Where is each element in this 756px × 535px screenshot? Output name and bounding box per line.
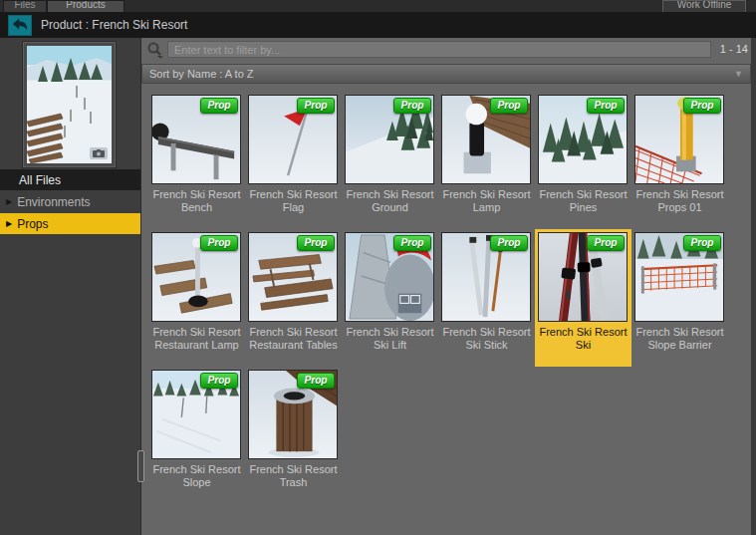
product-preview-frame: [23, 42, 116, 167]
product-label: French Ski Resort Pines: [533, 188, 633, 214]
filter-row: 1 - 14: [141, 38, 751, 62]
search-icon[interactable]: [145, 41, 165, 59]
product-thumbnail[interactable]: Prop: [248, 232, 338, 322]
category-list: All Files ▶ Environments ▶ Props: [0, 169, 140, 235]
prop-badge: Prop: [393, 235, 431, 251]
product-label: French Ski Resort Slope: [146, 463, 247, 489]
prop-badge: Prop: [587, 235, 625, 251]
prop-badge: Prop: [297, 98, 335, 114]
sidebar: All Files ▶ Environments ▶ Props: [0, 38, 141, 535]
prop-badge: Prop: [297, 373, 335, 389]
content-pane: 1 - 14 Sort by Name : A to Z ▼ Prop Fren…: [141, 38, 751, 535]
back-arrow-icon: [12, 17, 28, 35]
product-preview-image[interactable]: [27, 46, 112, 163]
filter-input[interactable]: [167, 41, 711, 58]
product-item[interactable]: Prop French Ski Resort Lamp: [438, 92, 535, 229]
product-item[interactable]: Prop French Ski Resort Pines: [535, 92, 631, 229]
product-label: French Ski Resort Flag: [243, 188, 344, 214]
back-button[interactable]: [8, 15, 32, 36]
prop-badge: Prop: [200, 373, 238, 389]
product-thumbnail[interactable]: Prop: [151, 232, 241, 322]
expand-arrow-icon: ▶: [6, 197, 12, 206]
product-item[interactable]: Prop French Ski Resort Ski: [535, 229, 631, 367]
product-item[interactable]: Prop French Ski Resort Slope: [148, 367, 245, 504]
product-thumbnail[interactable]: Prop: [538, 232, 628, 322]
product-thumbnail[interactable]: Prop: [248, 370, 338, 459]
product-item[interactable]: Prop French Ski Resort Ski Lift: [342, 229, 438, 367]
sidebar-item-props[interactable]: ▶ Props: [0, 213, 140, 234]
expand-arrow-icon: ▶: [6, 219, 12, 228]
content-library-window: Files Products Work Offline Product : Fr…: [0, 0, 756, 535]
product-thumbnail[interactable]: Prop: [441, 232, 531, 322]
prop-badge: Prop: [490, 235, 528, 251]
category-label: All Files: [19, 173, 61, 187]
breadcrumb-bar: Product : French Ski Resort: [0, 12, 756, 38]
chevron-down-icon: ▼: [734, 69, 743, 79]
prop-badge: Prop: [683, 98, 721, 114]
product-label: French Ski Resort Props 01: [630, 188, 730, 214]
product-label: French Ski Resort Ski Lift: [340, 326, 440, 352]
product-label: French Ski Resort Ski Stick: [436, 326, 537, 352]
product-item[interactable]: Prop French Ski Resort Trash: [245, 367, 342, 504]
product-item[interactable]: Prop French Ski Resort Slope Barrier: [631, 229, 728, 367]
sort-dropdown[interactable]: Sort by Name : A to Z ▼: [141, 64, 751, 84]
category-label: Props: [17, 217, 48, 231]
product-item[interactable]: Prop French Ski Resort Restaurant Tables: [245, 229, 342, 367]
prop-badge: Prop: [393, 98, 431, 114]
product-thumbnail[interactable]: Prop: [634, 232, 724, 322]
sidebar-item-all-files[interactable]: All Files: [0, 169, 140, 190]
splitter-handle[interactable]: [137, 450, 144, 482]
product-grid: Prop French Ski Resort Bench Prop French…: [148, 92, 751, 535]
prop-badge: Prop: [297, 235, 335, 251]
product-label: French Ski Resort Trash: [243, 463, 344, 489]
camera-icon[interactable]: [90, 147, 108, 159]
prop-badge: Prop: [200, 98, 238, 114]
product-thumbnail[interactable]: Prop: [345, 95, 434, 184]
product-item[interactable]: Prop French Ski Resort Ski Stick: [438, 229, 535, 367]
prop-badge: Prop: [683, 235, 721, 251]
prop-badge: Prop: [200, 235, 238, 251]
prop-badge: Prop: [490, 98, 528, 114]
product-item[interactable]: Prop French Ski Resort Ground: [342, 92, 438, 229]
product-item[interactable]: Prop French Ski Resort Flag: [245, 92, 342, 229]
product-thumbnail[interactable]: Prop: [151, 95, 241, 184]
product-label: French Ski Resort Slope Barrier: [630, 326, 730, 352]
product-thumbnail[interactable]: Prop: [634, 95, 724, 184]
product-item[interactable]: Prop French Ski Resort Bench: [148, 92, 245, 229]
result-count: 1 - 14: [720, 43, 748, 55]
product-label: French Ski Resort Lamp: [436, 188, 537, 214]
product-label: French Ski Resort Ski: [533, 326, 633, 352]
product-label: French Ski Resort Restaurant Tables: [243, 326, 344, 352]
sidebar-item-environments[interactable]: ▶ Environments: [0, 191, 140, 212]
breadcrumb: Product : French Ski Resort: [41, 12, 187, 38]
pane-tab-bar: Files Products Work Offline: [0, 0, 756, 12]
product-thumbnail[interactable]: Prop: [248, 95, 338, 184]
product-item[interactable]: Prop French Ski Resort Props 01: [631, 92, 728, 229]
product-thumbnail[interactable]: Prop: [345, 232, 434, 322]
product-label: French Ski Resort Restaurant Lamp: [146, 326, 247, 352]
product-label: French Ski Resort Bench: [146, 188, 247, 214]
pane-right-edge: [751, 38, 756, 535]
product-thumbnail[interactable]: Prop: [441, 95, 531, 184]
product-thumbnail[interactable]: Prop: [151, 370, 241, 459]
category-label: Environments: [17, 195, 90, 209]
product-thumbnail[interactable]: Prop: [538, 95, 628, 184]
product-label: French Ski Resort Ground: [340, 188, 440, 214]
product-item[interactable]: Prop French Ski Resort Restaurant Lamp: [148, 229, 245, 367]
sort-label: Sort by Name : A to Z: [149, 68, 254, 80]
prop-badge: Prop: [587, 98, 625, 114]
